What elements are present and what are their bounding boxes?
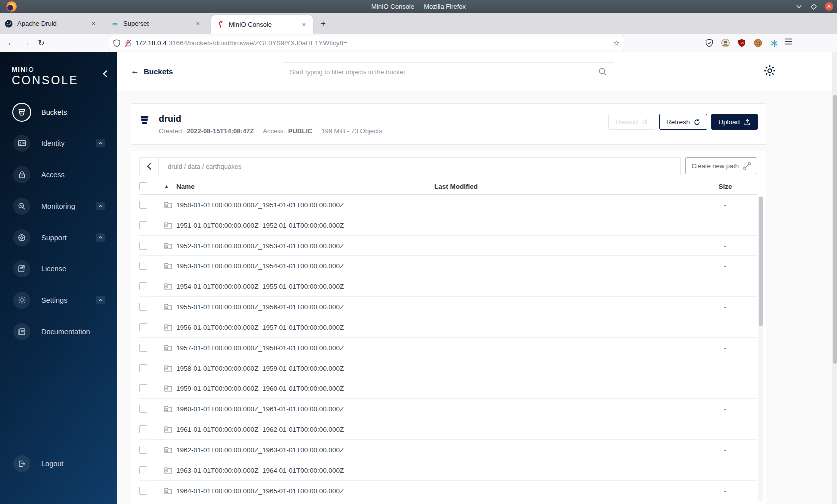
object-list-scrollbar[interactable]: [758, 195, 763, 502]
tab-superset[interactable]: ∞ Superset ×: [106, 13, 207, 34]
back-button[interactable]: ←: [4, 36, 19, 50]
url-path: :31664/buckets/druid/browse/ZGF0YS9lYXJ0…: [167, 39, 347, 47]
row-checkbox[interactable]: [140, 364, 147, 372]
folder-icon: [164, 324, 172, 331]
table-row[interactable]: 1958-01-01T00:00:00.000Z_1959-01-01T00:0…: [140, 358, 757, 378]
object-size: -: [694, 324, 757, 331]
table-row[interactable]: 1951-01-01T00:00:00.000Z_1952-01-01T00:0…: [140, 215, 757, 236]
row-checkbox[interactable]: [140, 344, 147, 352]
table-row[interactable]: 1960-01-01T00:00:00.000Z_1961-01-01T00:0…: [140, 399, 757, 419]
table-row[interactable]: 1955-01-01T00:00:00.000Z_1956-01-01T00:0…: [140, 297, 757, 317]
account-avatar-icon[interactable]: [721, 39, 730, 47]
sidebar-item-identity[interactable]: Identity: [0, 127, 117, 159]
row-checkbox[interactable]: [140, 466, 147, 474]
row-checkbox[interactable]: [140, 262, 147, 270]
insecure-lock-icon[interactable]: [125, 39, 131, 47]
table-row[interactable]: 1956-01-01T00:00:00.000Z_1957-01-01T00:0…: [140, 317, 757, 338]
row-checkbox[interactable]: [140, 405, 147, 413]
column-header-size[interactable]: Size: [694, 183, 757, 190]
ublock-icon[interactable]: uO: [738, 39, 746, 47]
reload-button[interactable]: ↻: [34, 36, 49, 50]
search-input[interactable]: [290, 68, 598, 76]
cookie-icon[interactable]: [754, 39, 762, 47]
bucket-icon: [140, 115, 149, 126]
sidebar-item-logout[interactable]: Logout: [0, 448, 117, 479]
superset-favicon-icon: ∞: [111, 20, 119, 28]
row-checkbox[interactable]: [140, 323, 147, 331]
row-checkbox[interactable]: [140, 282, 147, 290]
snowflake-icon[interactable]: [770, 39, 778, 47]
sidebar-item-license[interactable]: License: [0, 253, 117, 284]
sidebar-item-support[interactable]: Support: [0, 222, 117, 253]
bookmark-star-icon[interactable]: ☆: [613, 39, 620, 48]
sidebar-item-documentation[interactable]: Documentation: [0, 316, 117, 347]
select-all-checkbox[interactable]: [140, 182, 147, 190]
object-size: -: [694, 467, 757, 474]
table-row[interactable]: 1963-01-01T00:00:00.000Z_1964-01-01T00:0…: [140, 460, 757, 481]
sidebar-collapse-icon[interactable]: [103, 70, 107, 77]
column-header-last-modified[interactable]: Last Modified: [434, 183, 694, 190]
table-row[interactable]: 1964-01-01T00:00:00.000Z_1965-01-01T00:0…: [140, 481, 757, 501]
chevron-up-icon[interactable]: [96, 139, 105, 147]
row-checkbox[interactable]: [140, 221, 147, 229]
row-checkbox[interactable]: [140, 201, 147, 209]
row-checkbox[interactable]: [140, 384, 147, 392]
page-scrollbar-thumb[interactable]: [833, 95, 837, 364]
console-settings-gear-icon[interactable]: [763, 64, 776, 77]
table-row[interactable]: 1961-01-01T00:00:00.000Z_1962-01-01T00:0…: [140, 419, 757, 440]
chevron-up-icon[interactable]: [96, 233, 105, 242]
tab-close-icon[interactable]: ×: [300, 21, 308, 28]
back-to-buckets[interactable]: ← Buckets: [131, 66, 173, 76]
forward-button[interactable]: →: [19, 36, 34, 50]
breadcrumb[interactable]: druid / data / earthquakes: [168, 163, 241, 170]
row-checkbox[interactable]: [140, 242, 147, 250]
table-row[interactable]: 1957-01-01T00:00:00.000Z_1958-01-01T00:0…: [140, 338, 757, 358]
folder-icon: [164, 262, 172, 269]
tab-apache-druid[interactable]: Apache Druid ×: [0, 13, 102, 34]
chevron-up-icon[interactable]: [96, 202, 105, 210]
sidebar-item-settings[interactable]: Settings: [0, 284, 117, 316]
shield-icon[interactable]: [113, 39, 120, 47]
row-checkbox[interactable]: [140, 303, 147, 311]
row-checkbox[interactable]: [140, 446, 147, 454]
bucket-icon: [13, 104, 30, 121]
table-body: 1950-01-01T00:00:00.000Z_1951-01-01T00:0…: [140, 195, 757, 501]
tab-close-icon[interactable]: ×: [194, 20, 202, 27]
table-row[interactable]: 1950-01-01T00:00:00.000Z_1951-01-01T00:0…: [140, 195, 757, 215]
main-panel: ← Buckets: [117, 52, 837, 504]
tab-close-icon[interactable]: ×: [89, 20, 97, 27]
sidebar-item-access[interactable]: Access: [0, 159, 117, 190]
refresh-button[interactable]: Refresh: [659, 114, 707, 130]
sort-asc-icon[interactable]: ▲: [164, 184, 169, 189]
rewind-button[interactable]: Rewind ↺: [608, 114, 655, 130]
new-tab-button[interactable]: +: [317, 17, 330, 30]
table-row[interactable]: 1959-01-01T00:00:00.000Z_1960-01-01T00:0…: [140, 378, 757, 399]
menu-icon[interactable]: [785, 38, 792, 45]
row-checkbox[interactable]: [140, 425, 147, 433]
create-new-path-button[interactable]: Create new path: [685, 157, 757, 174]
tab-title: Apache Druid: [17, 20, 85, 27]
object-name: 1958-01-01T00:00:00.000Z_1959-01-01T00:0…: [176, 365, 344, 372]
minimize-button[interactable]: [795, 3, 803, 11]
table-row[interactable]: 1962-01-01T00:00:00.000Z_1963-01-01T00:0…: [140, 440, 757, 460]
object-name: 1960-01-01T00:00:00.000Z_1961-01-01T00:0…: [176, 405, 344, 413]
chevron-up-icon[interactable]: [96, 296, 105, 304]
shield-check-icon[interactable]: [705, 39, 713, 47]
maximize-button[interactable]: [810, 3, 818, 11]
row-checkbox[interactable]: [140, 487, 147, 495]
sidebar-item-monitoring[interactable]: Monitoring: [0, 190, 117, 222]
table-row[interactable]: 1953-01-01T00:00:00.000Z_1954-01-01T00:0…: [140, 256, 757, 276]
window-title: MinIO Console — Mozilla Firefox: [0, 3, 837, 10]
close-button[interactable]: ✕: [825, 2, 833, 11]
column-header-name[interactable]: Name: [176, 183, 195, 190]
table-row[interactable]: 1952-01-01T00:00:00.000Z_1953-01-01T00:0…: [140, 236, 757, 256]
url-bar[interactable]: 172.18.0.4:31664/buckets/druid/browse/ZG…: [109, 36, 624, 50]
object-list-scrollbar-thumb[interactable]: [759, 197, 763, 326]
path-back-chevron-icon[interactable]: [140, 158, 159, 175]
tab-minio-console[interactable]: MinIO Console ×: [211, 15, 313, 34]
table-row[interactable]: 1954-01-01T00:00:00.000Z_1955-01-01T00:0…: [140, 276, 757, 297]
sidebar-item-buckets[interactable]: Buckets: [0, 96, 117, 127]
page-scrollbar[interactable]: [832, 52, 837, 504]
upload-button[interactable]: Upload: [711, 114, 758, 130]
path-bar: druid / data / earthquakes: [140, 157, 681, 175]
